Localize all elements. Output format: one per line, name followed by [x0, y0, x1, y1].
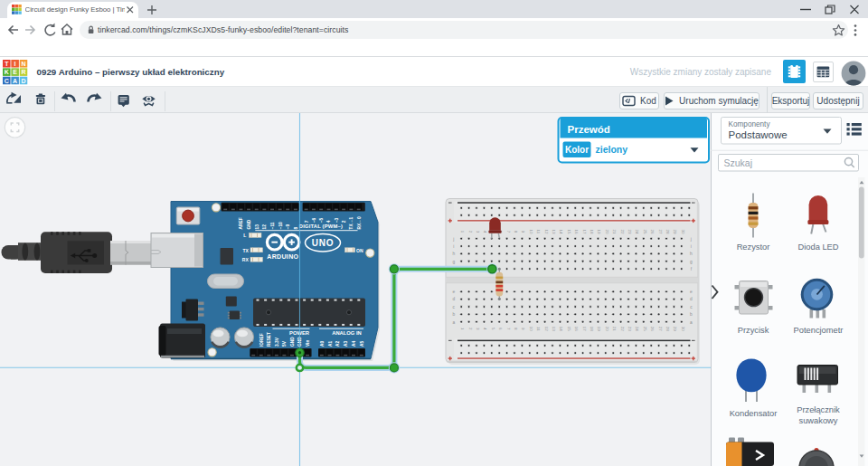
- svg-text:Kolor: Kolor: [565, 145, 589, 155]
- svg-text:26: 26: [650, 327, 655, 331]
- svg-text:j: j: [690, 237, 692, 242]
- svg-text:RX←0: RX←0: [357, 216, 362, 229]
- svg-text:15: 15: [567, 327, 571, 331]
- svg-text:Komponenty: Komponenty: [729, 120, 771, 128]
- svg-text:Vin: Vin: [306, 340, 310, 347]
- svg-text:Dioda LED: Dioda LED: [798, 243, 839, 252]
- svg-text:14: 14: [559, 327, 563, 331]
- svg-text:AREF: AREF: [239, 217, 243, 229]
- svg-text:d: d: [690, 297, 693, 301]
- svg-text:b: b: [452, 312, 455, 317]
- svg-text:A1: A1: [328, 341, 333, 347]
- svg-text:19: 19: [597, 327, 601, 331]
- svg-text:12: 12: [544, 229, 549, 233]
- svg-text:i: i: [453, 244, 454, 249]
- svg-text:13: 13: [552, 229, 556, 233]
- svg-text:24: 24: [635, 229, 639, 233]
- svg-text:g: g: [452, 260, 455, 264]
- svg-text:25: 25: [643, 327, 647, 331]
- svg-text:I: I: [14, 60, 15, 66]
- svg-text:25: 25: [643, 229, 647, 233]
- svg-text:10: 10: [529, 327, 533, 331]
- svg-text:D: D: [21, 77, 25, 83]
- svg-text:suwakowy: suwakowy: [799, 416, 838, 425]
- svg-text:18: 18: [590, 327, 594, 331]
- svg-text:30: 30: [681, 229, 685, 233]
- svg-text:~5: ~5: [319, 217, 324, 223]
- svg-text:11: 11: [536, 230, 541, 234]
- svg-text:T: T: [5, 60, 9, 66]
- svg-text:21: 21: [612, 229, 617, 233]
- svg-text:h: h: [452, 252, 455, 256]
- svg-text:Szukaj: Szukaj: [724, 157, 753, 168]
- svg-text:E: E: [13, 69, 17, 75]
- svg-text:16: 16: [574, 327, 579, 331]
- svg-text:21: 21: [612, 327, 617, 331]
- svg-text:Przełącznik: Przełącznik: [797, 405, 840, 414]
- svg-text:Rezystor: Rezystor: [737, 243, 770, 252]
- svg-text:12: 12: [544, 327, 549, 331]
- svg-text:22: 22: [620, 327, 625, 331]
- svg-text:20: 20: [605, 229, 609, 233]
- svg-text:TX→1: TX→1: [349, 216, 354, 229]
- svg-text:A2: A2: [335, 341, 340, 347]
- svg-text:13: 13: [255, 224, 259, 230]
- svg-text:10: 10: [529, 229, 533, 233]
- svg-text:A3: A3: [344, 341, 348, 347]
- svg-text:~10: ~10: [278, 222, 283, 229]
- svg-text:5V: 5V: [282, 340, 287, 347]
- svg-text:8: 8: [294, 226, 298, 229]
- svg-text:ON: ON: [356, 248, 363, 253]
- svg-text:N: N: [21, 60, 25, 66]
- svg-text:j: j: [452, 237, 454, 242]
- svg-text:~9: ~9: [286, 224, 290, 230]
- svg-text:K: K: [4, 69, 8, 75]
- svg-text:17: 17: [582, 327, 587, 331]
- svg-text:ARDUINO: ARDUINO: [267, 253, 298, 260]
- svg-text:Przewód: Przewód: [568, 124, 610, 135]
- svg-text:30: 30: [681, 327, 685, 331]
- svg-text:22: 22: [620, 229, 625, 233]
- svg-text:23: 23: [627, 229, 632, 233]
- svg-text:28: 28: [665, 327, 670, 331]
- svg-text:b: b: [690, 312, 693, 317]
- svg-text:A4: A4: [352, 341, 356, 347]
- svg-text:24: 24: [635, 327, 639, 331]
- svg-text:4: 4: [326, 220, 331, 223]
- svg-text:RX: RX: [242, 257, 250, 262]
- svg-text:14: 14: [559, 229, 563, 233]
- svg-text:Przycisk: Przycisk: [738, 326, 769, 335]
- svg-text:ANALOG IN: ANALOG IN: [332, 330, 362, 336]
- svg-text:27: 27: [658, 327, 663, 331]
- svg-text:DIGITAL (PWM~): DIGITAL (PWM~): [299, 223, 343, 229]
- svg-text:GND: GND: [247, 219, 251, 229]
- svg-text:IOREF: IOREF: [259, 333, 264, 347]
- svg-text:13: 13: [552, 327, 556, 331]
- svg-text:17: 17: [582, 229, 587, 233]
- svg-text:3.3V: 3.3V: [275, 337, 279, 347]
- svg-text:GND: GND: [290, 337, 295, 347]
- svg-text:Potencjometr: Potencjometr: [794, 326, 844, 335]
- svg-text:16: 16: [574, 229, 579, 233]
- svg-text:2: 2: [342, 220, 346, 223]
- svg-text:zielony: zielony: [596, 144, 628, 155]
- svg-text:~11: ~11: [270, 222, 275, 229]
- svg-text:15: 15: [567, 229, 571, 233]
- svg-text:d: d: [452, 297, 455, 301]
- svg-text:RESET: RESET: [267, 332, 271, 347]
- svg-text:26: 26: [650, 229, 655, 233]
- svg-text:g: g: [690, 260, 693, 264]
- svg-text:~3: ~3: [335, 217, 339, 223]
- svg-text:A: A: [13, 77, 17, 83]
- svg-text:29: 29: [673, 327, 677, 331]
- svg-text:i: i: [691, 244, 692, 249]
- svg-text:h: h: [690, 252, 693, 256]
- svg-text:e: e: [690, 290, 693, 294]
- svg-text:a: a: [690, 320, 693, 325]
- svg-text:e: e: [452, 290, 455, 294]
- svg-text:28: 28: [665, 229, 670, 233]
- svg-text:29: 29: [673, 229, 677, 233]
- svg-text:A0: A0: [320, 341, 325, 347]
- svg-text:a: a: [452, 320, 455, 325]
- svg-text:C: C: [4, 77, 8, 83]
